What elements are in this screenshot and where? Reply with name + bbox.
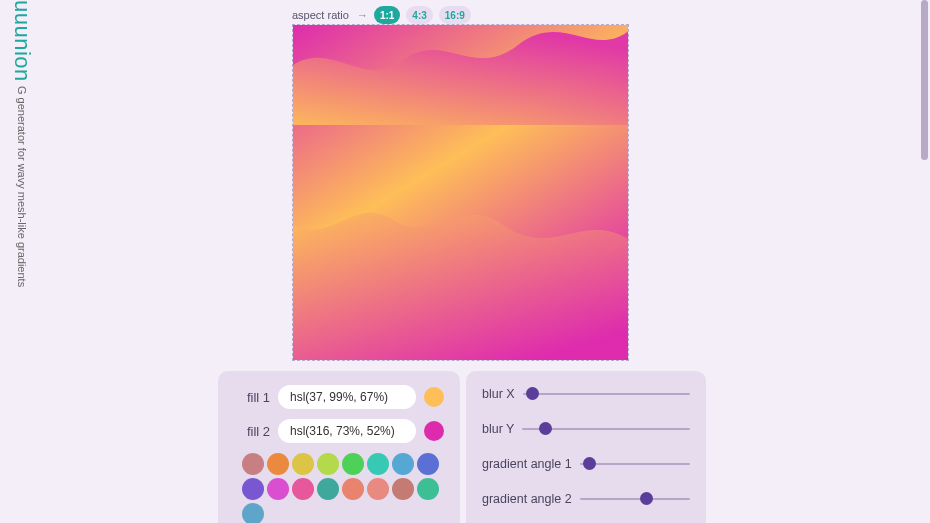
aspect-1-1[interactable]: 1:1 [374, 6, 400, 24]
gradient-angle-2-slider[interactable] [580, 498, 690, 500]
palette-swatch-10[interactable] [292, 478, 314, 500]
page-scrollbar[interactable] [921, 0, 928, 160]
palette-swatch-13[interactable] [367, 478, 389, 500]
palette-swatch-11[interactable] [317, 478, 339, 500]
palette-swatch-9[interactable] [267, 478, 289, 500]
aspect-16-9[interactable]: 16:9 [439, 6, 471, 24]
gradient-angle-2-thumb[interactable] [640, 492, 653, 505]
app-subtitle: G generator for wavy mesh-like gradients [16, 86, 28, 287]
palette-swatch-15[interactable] [417, 478, 439, 500]
palette-swatch-6[interactable] [392, 453, 414, 475]
fill-1-label: fill 1 [234, 390, 270, 405]
blur-x-label: blur X [482, 387, 515, 401]
color-palette [234, 453, 444, 523]
aspect-label: aspect ratio [292, 9, 349, 21]
blur-x-row: blur X [482, 385, 690, 403]
palette-swatch-0[interactable] [242, 453, 264, 475]
fill-2-input[interactable]: hsl(316, 73%, 52%) [278, 419, 416, 443]
fill-2-label: fill 2 [234, 424, 270, 439]
palette-swatch-7[interactable] [417, 453, 439, 475]
palette-swatch-8[interactable] [242, 478, 264, 500]
gradient-angle-1-row: gradient angle 1 [482, 455, 690, 473]
blur-y-slider[interactable] [522, 428, 690, 430]
palette-swatch-14[interactable] [392, 478, 414, 500]
gradient-angle-2-row: gradient angle 2 [482, 490, 690, 508]
fill-1-swatch[interactable] [424, 387, 444, 407]
palette-swatch-16[interactable] [242, 503, 264, 523]
fill-2-row: fill 2 hsl(316, 73%, 52%) [234, 419, 444, 443]
gradient-angle-1-thumb[interactable] [583, 457, 596, 470]
blur-y-label: blur Y [482, 422, 514, 436]
gradient-angle-2-label: gradient angle 2 [482, 492, 572, 506]
gradient-angle-1-label: gradient angle 1 [482, 457, 572, 471]
blur-x-thumb[interactable] [526, 387, 539, 400]
palette-swatch-1[interactable] [267, 453, 289, 475]
gradient-angle-1-slider[interactable] [580, 463, 690, 465]
fill-2-swatch[interactable] [424, 421, 444, 441]
sidebar-title: uuunion G generator for wavy mesh-like g… [2, 0, 42, 287]
palette-swatch-2[interactable] [292, 453, 314, 475]
blur-y-row: blur Y [482, 420, 690, 438]
app-title: uuunion [9, 0, 35, 82]
aspect-4-3[interactable]: 4:3 [406, 6, 432, 24]
fill-1-row: fill 1 hsl(37, 99%, 67%) [234, 385, 444, 409]
fill-1-input[interactable]: hsl(37, 99%, 67%) [278, 385, 416, 409]
slider-panel: blur X blur Y gradient angle 1 gradient … [466, 371, 706, 523]
palette-swatch-5[interactable] [367, 453, 389, 475]
blur-x-slider[interactable] [523, 393, 690, 395]
fill-panel: fill 1 hsl(37, 99%, 67%) fill 2 hsl(316,… [218, 371, 460, 523]
gradient-canvas [292, 24, 629, 361]
aspect-ratio-control: aspect ratio → 1:1 4:3 16:9 [292, 6, 471, 24]
arrow-right-icon: → [357, 9, 368, 21]
palette-swatch-3[interactable] [317, 453, 339, 475]
palette-swatch-4[interactable] [342, 453, 364, 475]
palette-swatch-12[interactable] [342, 478, 364, 500]
blur-y-thumb[interactable] [539, 422, 552, 435]
